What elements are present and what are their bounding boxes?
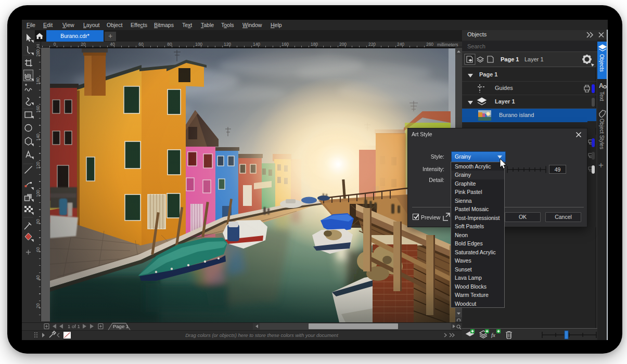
svg-text:1 of 1: 1 of 1	[68, 323, 80, 329]
svg-text:fx: fx	[491, 332, 495, 338]
svg-text:Drag colors (or objects) here: Drag colors (or objects) here to store t…	[185, 332, 338, 338]
svg-text:Layer 1: Layer 1	[524, 56, 544, 62]
svg-text:Page 1: Page 1	[501, 56, 519, 62]
svg-text:A: A	[599, 82, 604, 89]
svg-text:Page 1: Page 1	[113, 323, 129, 329]
